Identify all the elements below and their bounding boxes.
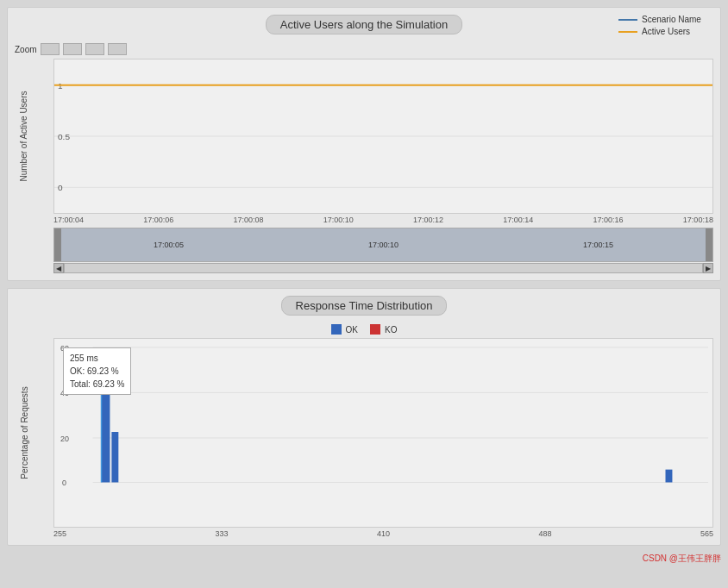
chart2-title-wrap: Response Time Distribution	[84, 296, 644, 321]
svg-text:0: 0	[62, 479, 66, 487]
tooltip-total-pct: Total: 69.23 %	[70, 378, 124, 391]
legend-scenario-label: Scenario Name	[642, 15, 701, 24]
chart1-legend: Scenario Name Active Users	[618, 15, 713, 36]
legend-ko-rect	[370, 324, 380, 335]
navigator-handle-left[interactable]	[54, 228, 61, 261]
resp-x-0: 255	[53, 529, 66, 538]
nav-scroll-row: ◀ ▶	[53, 263, 713, 273]
zoom-label: Zoom	[15, 45, 37, 54]
chart1-wrapper: Number of Active Users 1 0.5 0	[15, 59, 713, 214]
chart2-header: Response Time Distribution	[15, 296, 713, 321]
legend-scenario-line	[618, 19, 637, 21]
chart2-tooltip: 255 ms OK: 69.23 % Total: 69.23 %	[63, 347, 131, 395]
active-users-chart-container: Active Users along the Simulation Scenar…	[7, 7, 721, 281]
nav-label-1: 17:00:10	[368, 241, 399, 249]
chart2-x-labels: 255 333 410 488 565	[53, 529, 713, 538]
legend-item-active-users: Active Users	[618, 27, 713, 36]
chart1-navigator[interactable]: 17:00:05 17:00:10 17:00:15	[53, 228, 713, 262]
x-label-1: 17:00:06	[143, 216, 173, 224]
chart2-wrapper: Percentage of Requests 255 ms OK: 69.23 …	[15, 338, 713, 528]
resp-x-3: 488	[538, 529, 551, 538]
nav-scroll-track[interactable]	[64, 263, 703, 273]
tooltip-ok-pct: OK: 69.23 %	[70, 365, 124, 378]
chart2-area: 255 ms OK: 69.23 % Total: 69.23 % 60 40 …	[53, 338, 713, 528]
bar-255-ok2	[111, 432, 118, 482]
chart1-svg: 1 0.5 0	[54, 59, 712, 213]
zoom-row: Zoom	[15, 43, 713, 55]
response-time-chart-container: Response Time Distribution OK KO Percent…	[7, 288, 721, 546]
zoom-btn-3[interactable]	[85, 43, 104, 55]
svg-text:0: 0	[58, 183, 63, 192]
x-label-4: 17:00:12	[413, 216, 443, 224]
chart1-area: 1 0.5 0	[53, 59, 713, 214]
svg-text:20: 20	[60, 435, 69, 443]
chart2-legend: OK KO	[15, 324, 713, 335]
legend-activeusers-label: Active Users	[642, 27, 690, 36]
x-label-7: 17:00:18	[683, 216, 713, 224]
chart1-title-wrap: Active Users along the Simulation	[110, 15, 618, 40]
legend-activeusers-line	[618, 31, 637, 33]
bar-565-ok	[666, 470, 673, 483]
legend-item-scenario: Scenario Name	[618, 15, 713, 24]
x-label-6: 17:00:16	[593, 216, 624, 224]
x-label-2: 17:00:08	[234, 216, 264, 224]
chart1-y-label: Number of Active Users	[19, 91, 28, 181]
nav-scroll-left[interactable]: ◀	[53, 263, 64, 273]
resp-x-2: 410	[377, 529, 390, 538]
chart2-title: Response Time Distribution	[281, 296, 448, 316]
chart1-title: Active Users along the Simulation	[266, 15, 462, 34]
x-label-5: 17:00:14	[503, 216, 533, 224]
zoom-btn-2[interactable]	[63, 43, 82, 55]
legend-ko-label: KO	[385, 325, 397, 335]
x-label-0: 17:00:04	[53, 216, 84, 224]
chart2-svg: 60 40 20 0	[54, 339, 712, 527]
resp-x-1: 333	[215, 529, 228, 538]
chart2-y-label: Percentage of Requests	[20, 386, 29, 479]
chart1-x-labels: 17:00:04 17:00:06 17:00:08 17:00:10 17:0…	[53, 216, 713, 224]
legend-ok-label: OK	[346, 325, 358, 335]
watermark: CSDN @王伟王胖胖	[0, 553, 728, 568]
navigator-inner: 17:00:05 17:00:10 17:00:15	[61, 228, 706, 261]
chart1-header: Active Users along the Simulation Scenar…	[15, 15, 713, 40]
legend-ok: OK	[331, 324, 358, 335]
navigator-handle-right[interactable]	[706, 228, 712, 261]
resp-x-4: 565	[700, 529, 713, 538]
legend-ko: KO	[370, 324, 397, 335]
nav-label-2: 17:00:15	[583, 241, 613, 249]
legend-ok-rect	[331, 324, 342, 335]
x-label-3: 17:00:10	[323, 216, 354, 224]
svg-text:0.5: 0.5	[58, 132, 70, 141]
zoom-btn-4[interactable]	[108, 43, 127, 55]
zoom-btn-1[interactable]	[41, 43, 60, 55]
tooltip-ms: 255 ms	[70, 352, 124, 365]
nav-scroll-right[interactable]: ▶	[703, 263, 713, 273]
nav-label-0: 17:00:05	[154, 241, 184, 249]
